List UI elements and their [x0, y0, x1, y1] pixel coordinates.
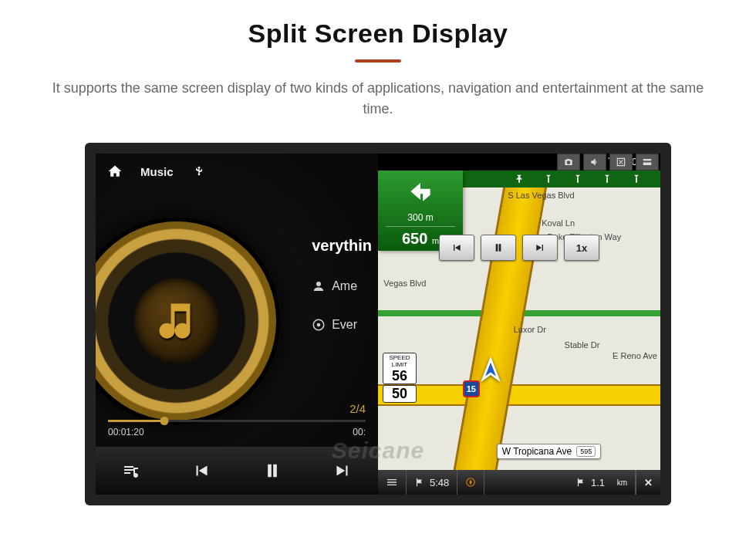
track-artist-row: Ame — [312, 279, 372, 293]
speed-limit-sign: SPEED LIMIT 56 — [383, 353, 417, 384]
playlist-button[interactable] — [117, 457, 145, 485]
close-app-button[interactable] — [609, 154, 633, 171]
device-frame: Music verythin Ame Ever — [85, 143, 671, 505]
eta-display: 5:48 — [407, 470, 457, 495]
music-app-label: Music — [140, 165, 174, 178]
sim-speed-button[interactable]: 1x — [564, 235, 599, 261]
lane-arrow-icon — [631, 173, 642, 185]
music-note-icon — [134, 279, 219, 363]
svg-point-1 — [317, 323, 321, 327]
sim-prev-button[interactable] — [439, 235, 474, 261]
flag-icon — [575, 477, 586, 488]
track-artist: Ame — [332, 279, 357, 293]
remaining-distance: 1.1 km — [484, 470, 636, 495]
page-subtitle: It supports the same screen display of t… — [0, 78, 756, 143]
progress-bar[interactable] — [108, 420, 366, 422]
music-topbar: Music — [96, 154, 378, 189]
title-underline — [355, 59, 401, 63]
lane-arrow-icon — [543, 173, 554, 185]
flag-icon — [414, 477, 425, 488]
system-buttons — [557, 154, 659, 171]
street-label: Stable Dr — [565, 340, 600, 350]
sim-pause-button[interactable] — [481, 235, 516, 261]
elapsed-time: 00:01:20 — [108, 427, 144, 438]
volume-button[interactable] — [583, 154, 606, 171]
music-app: Music verythin Ame Ever — [96, 154, 378, 495]
album-icon — [312, 318, 326, 332]
music-controls — [96, 447, 378, 495]
lane-arrow-icon — [602, 173, 613, 185]
sim-controls: 1x — [439, 235, 599, 261]
lane-arrow-icon — [514, 173, 525, 185]
lane-arrow-icon — [572, 173, 583, 185]
sim-next-button[interactable] — [522, 235, 558, 261]
track-album-row: Ever — [312, 318, 372, 332]
menu-button[interactable] — [378, 470, 407, 495]
nav-bottom-bar: 5:48 1.1 km ✕ — [378, 470, 660, 495]
current-speed: 50 — [383, 385, 417, 403]
home-icon[interactable] — [106, 163, 123, 180]
split-screen-button[interactable] — [636, 154, 659, 171]
usb-icon[interactable] — [191, 163, 208, 180]
screenshot-button[interactable] — [557, 154, 580, 171]
street-label: E Reno Ave — [613, 351, 657, 360]
street-label: Koval Ln — [542, 218, 575, 228]
track-album: Ever — [332, 318, 357, 332]
street-label: S Las Vegas Blvd — [508, 191, 574, 200]
compass-button[interactable] — [457, 470, 484, 495]
nav-close-button[interactable]: ✕ — [636, 470, 660, 495]
next-button[interactable] — [329, 457, 356, 485]
page-title: Split Screen Display — [0, 0, 756, 49]
artist-icon — [312, 279, 326, 293]
street-label: Luxor Dr — [514, 325, 546, 334]
prev-button[interactable] — [187, 457, 215, 485]
compass-icon — [465, 477, 476, 488]
track-info: verythin Ame Ever — [312, 237, 372, 356]
vehicle-marker — [478, 357, 504, 387]
next-turn-distance: 300 m — [386, 212, 455, 227]
track-title: verythin — [312, 237, 372, 255]
turn-left-icon — [386, 177, 455, 209]
pause-button[interactable] — [258, 457, 286, 485]
album-disc — [85, 217, 281, 425]
track-counter: 2/4 — [108, 402, 366, 415]
progress-area: 2/4 00:01:20 00: — [108, 402, 366, 438]
street-label: Vegas Blvd — [383, 279, 426, 288]
navigation-app: 20:07 300 m 650 m — [378, 154, 660, 495]
total-time: 00: — [353, 427, 366, 438]
current-street-sign: W Tropicana Ave 595 — [497, 444, 602, 459]
